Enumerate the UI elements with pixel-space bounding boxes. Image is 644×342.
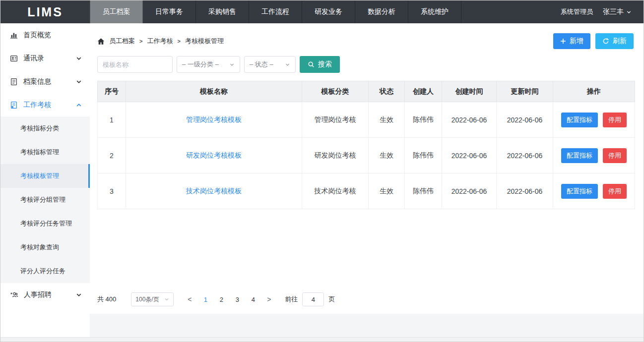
page-button-4[interactable]: 4 (245, 292, 261, 306)
toolbar-actions: 新增 刷新 (553, 33, 634, 49)
chevron-down-icon (229, 62, 235, 67)
submenu-item-indicator-management[interactable]: 考核指标管理 (0, 140, 90, 164)
next-page-button[interactable]: > (261, 292, 277, 306)
breadcrumb-separator: > (177, 38, 180, 44)
sidebar-item-label: 档案信息 (23, 77, 51, 86)
page-button-3[interactable]: 3 (229, 292, 245, 306)
nav-tab-rnd-business[interactable]: 研发业务 (302, 0, 355, 23)
sidebar-item-home-overview[interactable]: 首页概览 (0, 23, 90, 47)
templates-table: 序号 模板名称 模板分类 状态 创建人 创建时间 更新时间 操作 (97, 81, 634, 209)
disable-button[interactable]: 停用 (603, 184, 627, 199)
user-menu[interactable]: 张三丰 (603, 7, 632, 16)
search-button-label: 搜索 (318, 60, 332, 69)
sidebar-item-work-assessment[interactable]: 工作考核 (0, 93, 90, 116)
col-header-no: 序号 (98, 81, 126, 102)
breadcrumb-separator: > (139, 38, 142, 44)
cell-updated: 2022-06-06 (497, 102, 553, 138)
prev-page-button[interactable]: < (182, 292, 197, 306)
col-header-status: 状态 (369, 81, 405, 102)
person-add-icon (10, 291, 18, 299)
cell-created: 2022-06-06 (442, 138, 497, 173)
disable-button[interactable]: 停用 (603, 148, 627, 163)
goto-page-input[interactable] (302, 292, 324, 306)
pagination: 共 400 100条/页 < 1 2 3 4 > (97, 292, 634, 306)
status-select-value: – 状态 – (250, 60, 273, 69)
home-icon (97, 38, 105, 45)
cell-status: 生效 (369, 173, 405, 209)
col-header-actions: 操作 (553, 81, 635, 102)
template-name-input[interactable] (97, 56, 173, 73)
chevron-down-icon (76, 56, 82, 61)
breadcrumb-item[interactable]: 员工档案 (109, 37, 135, 46)
submenu-item-indicator-category[interactable]: 考核指标分类 (0, 116, 90, 140)
col-header-category: 模板分类 (302, 81, 369, 102)
configure-indicators-button[interactable]: 配置指标 (561, 113, 598, 127)
cell-creator: 陈伟伟 (405, 173, 442, 209)
sidebar-item-label: 通讯录 (23, 54, 44, 63)
cell-category: 技术岗位考核 (302, 173, 369, 209)
top-navbar: LIMS 员工档案 日常事务 采购销售 工作流程 研发业务 数据分析 系统维护 … (0, 0, 644, 23)
chevron-down-icon (76, 292, 82, 298)
page-button-1[interactable]: 1 (197, 292, 213, 306)
add-button[interactable]: 新增 (553, 33, 590, 49)
sidebar-item-archive-info[interactable]: 档案信息 (0, 70, 90, 93)
cell-category: 研发岗位考核 (302, 138, 369, 173)
goto-unit-label: 页 (328, 295, 335, 304)
refresh-icon (602, 38, 609, 45)
submenu-item-scorer-task[interactable]: 评分人评分任务 (0, 259, 90, 283)
nav-tab-workflow[interactable]: 工作流程 (249, 0, 302, 23)
nav-tab-system-maintenance[interactable]: 系统维护 (408, 0, 461, 23)
template-name-link[interactable]: 研发岗位考核模板 (186, 151, 242, 159)
submenu-item-template-management[interactable]: 考核模板管理 (0, 164, 90, 188)
nav-tab-purchase-sales[interactable]: 采购销售 (196, 0, 249, 23)
add-button-label: 新增 (570, 37, 583, 46)
goto-page: 前往 页 (285, 292, 335, 306)
cell-created: 2022-06-06 (442, 102, 497, 138)
cell-no: 2 (98, 138, 126, 173)
assessment-submenu: 考核指标分类 考核指标管理 考核模板管理 考核评分组管理 考核评分任务管理 考核… (0, 116, 90, 283)
nav-tab-employee-archive[interactable]: 员工档案 (90, 0, 143, 23)
configure-indicators-button[interactable]: 配置指标 (561, 184, 598, 199)
breadcrumb-item[interactable]: 考核模板管理 (185, 37, 224, 46)
cell-status: 生效 (369, 102, 405, 138)
app-body: 首页概览 通讯录 档案信息 (0, 23, 644, 337)
col-header-creator: 创建人 (405, 81, 442, 102)
contacts-card-icon (10, 55, 18, 62)
table-row: 3 技术岗位考核模板 技术岗位考核 生效 陈伟伟 2022-06-06 2022… (98, 173, 635, 209)
table-row: 1 管理岗位考核模板 管理岗位考核 生效 陈伟伟 2022-06-06 2022… (98, 102, 635, 138)
cell-status: 生效 (369, 138, 405, 173)
sidebar-item-label: 工作考核 (23, 101, 51, 110)
document-list-icon (10, 78, 18, 86)
breadcrumb-row: 员工档案 > 工作考核 > 考核模板管理 新增 (97, 33, 634, 49)
status-select[interactable]: – 状态 – (244, 56, 296, 73)
nav-tab-data-analysis[interactable]: 数据分析 (355, 0, 408, 23)
category-select[interactable]: – 一级分类 – (177, 56, 240, 73)
user-role-label: 系统管理员 (561, 7, 593, 16)
submenu-item-object-query[interactable]: 考核对象查询 (0, 235, 90, 259)
template-name-link[interactable]: 管理岗位考核模板 (186, 115, 242, 123)
chevron-down-icon (76, 79, 82, 85)
refresh-button[interactable]: 刷新 (595, 33, 634, 49)
goto-label: 前往 (285, 295, 298, 304)
cell-no: 1 (98, 102, 126, 138)
top-nav-tabs: 员工档案 日常事务 采购销售 工作流程 研发业务 数据分析 系统维护 (90, 0, 461, 23)
pager: < 1 2 3 4 > (182, 292, 277, 306)
breadcrumb-item[interactable]: 工作考核 (147, 37, 173, 46)
sidebar-item-recruitment[interactable]: 人事招聘 (0, 283, 90, 306)
col-header-created: 创建时间 (442, 81, 497, 102)
submenu-item-scoring-task[interactable]: 考核评分任务管理 (0, 212, 90, 235)
sidebar-item-contacts[interactable]: 通讯录 (0, 47, 90, 70)
refresh-button-label: 刷新 (613, 37, 627, 46)
page-button-2[interactable]: 2 (213, 292, 229, 306)
search-button[interactable]: 搜索 (300, 56, 340, 73)
chevron-down-icon (626, 9, 632, 15)
cell-creator: 陈伟伟 (405, 102, 442, 138)
page-size-value: 100条/页 (135, 295, 159, 304)
template-name-link[interactable]: 技术岗位考核模板 (186, 187, 242, 195)
submenu-item-scoring-group[interactable]: 考核评分组管理 (0, 188, 90, 212)
nav-tab-daily-affairs[interactable]: 日常事务 (143, 0, 196, 23)
disable-button[interactable]: 停用 (603, 113, 627, 127)
content-card: 员工档案 > 工作考核 > 考核模板管理 新增 (90, 23, 644, 314)
configure-indicators-button[interactable]: 配置指标 (561, 148, 598, 163)
page-size-select[interactable]: 100条/页 (131, 292, 174, 306)
